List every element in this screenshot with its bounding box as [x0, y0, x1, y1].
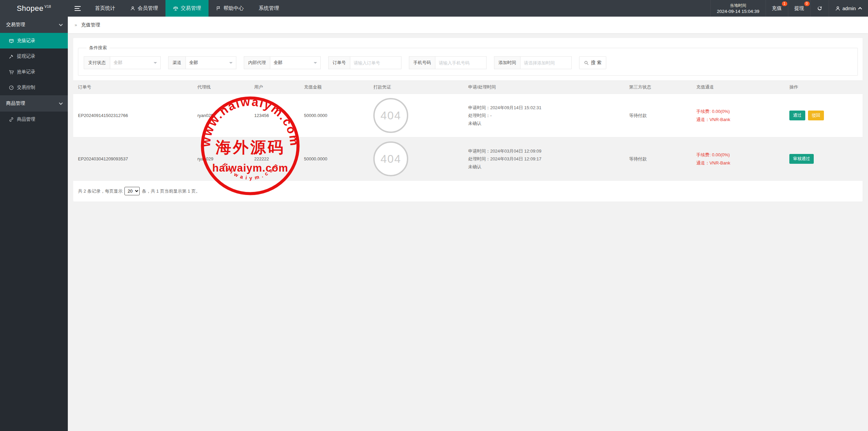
page-size-select[interactable]: 20 — [124, 187, 140, 195]
approve-button[interactable]: 通过 — [789, 111, 805, 120]
column-header: 操作 — [786, 81, 863, 94]
content: 条件搜索 支付状态全部渠道全部内部代理全部订单号手机号码添加时间搜 索 订单号代… — [68, 33, 868, 206]
top-nav-item-2[interactable]: 交易管理 — [165, 0, 209, 17]
app-logo: Shopee V18 — [0, 0, 68, 17]
sidebar-item-0-0[interactable]: 充值记录 — [0, 33, 68, 48]
voucher-404-text: 404 — [380, 153, 401, 165]
cell-actions: 审核通过 — [786, 137, 863, 181]
confirm-status: 未确认 — [468, 119, 623, 127]
column-header: 用户 — [251, 81, 301, 94]
table-row: EP202409141502312766ryan02912345650000.0… — [73, 94, 863, 137]
scales-icon — [173, 6, 178, 11]
filter-1: 渠道全部 — [168, 56, 236, 69]
cart-icon — [9, 70, 14, 75]
cell-user: 123456 — [251, 94, 301, 137]
top-nav-item-0[interactable]: 首页统计 — [87, 0, 123, 17]
recharge-label: 充值 — [772, 5, 782, 12]
withdraw-notice-link[interactable]: 提现 0 — [788, 0, 810, 17]
filter-label: 内部代理 — [244, 56, 270, 69]
topbar: Shopee V18 首页统计会员管理交易管理帮助中心系统管理 当地时间 202… — [0, 0, 868, 17]
filter-input-5[interactable] — [520, 56, 572, 69]
sidebar: 交易管理充值记录提现记录抢单记录交易控制商品管理商品管理 — [0, 17, 68, 431]
voucher-404-image[interactable]: 404 — [373, 141, 408, 176]
filter-label: 渠道 — [168, 56, 185, 69]
card-icon — [9, 38, 14, 43]
search-legend: 条件搜索 — [86, 45, 110, 51]
cell-channel: 手续费: 0.00(0%)通道：VNR-Bank — [693, 94, 786, 137]
top-nav-label: 交易管理 — [181, 5, 201, 12]
filter-2: 内部代理全部 — [244, 56, 321, 69]
local-time-label: 当地时间 — [730, 2, 746, 8]
recharge-notice-link[interactable]: 充值 1 — [766, 0, 788, 17]
column-header: 充值通道 — [693, 81, 786, 94]
cell-times: 申请时间：2024年09月14日 15:02:31处理时间：-未确认 — [465, 94, 626, 137]
pagination-suffix: 条，共 1 页当前显示第 1 页。 — [142, 188, 200, 194]
sidebar-group-label: 商品管理 — [6, 100, 25, 106]
sidebar-item-label: 提现记录 — [17, 53, 35, 59]
pagination-prefix: 共 2 条记录，每页显示 — [78, 188, 122, 194]
logo-version: V18 — [44, 5, 51, 8]
filter-label: 订单号 — [328, 56, 350, 69]
filter-label: 支付状态 — [84, 56, 110, 69]
refresh-icon — [817, 5, 823, 11]
caret-down-icon — [314, 62, 317, 65]
caret-down-icon — [229, 62, 233, 65]
filter-3: 订单号 — [328, 56, 401, 69]
sidebar-item-label: 抢单记录 — [17, 69, 35, 75]
caret-down-icon — [154, 62, 157, 65]
cell-amount: 50000.0000 — [300, 137, 370, 181]
logo-text: Shopee — [17, 4, 43, 13]
filter-select-1[interactable]: 全部 — [185, 56, 236, 69]
sidebar-group-0[interactable]: 交易管理 — [0, 17, 68, 33]
local-time: 当地时间 2024-09-14 15:04:39 — [710, 0, 765, 17]
sidebar-group-1[interactable]: 商品管理 — [0, 95, 68, 112]
top-navigation: 首页统计会员管理交易管理帮助中心系统管理 — [87, 0, 287, 17]
filter-select-2[interactable]: 全部 — [270, 56, 321, 69]
top-nav-item-1[interactable]: 会员管理 — [123, 0, 165, 17]
confirm-status: 未确认 — [468, 163, 623, 171]
filter-label: 手机号码 — [409, 56, 435, 69]
sidebar-item-0-1[interactable]: 提现记录 — [0, 48, 68, 64]
pagination: 共 2 条记录，每页显示 20 条，共 1 页当前显示第 1 页。 — [78, 187, 858, 195]
audit-approve-button[interactable]: 审核通过 — [789, 154, 814, 164]
user-icon — [130, 6, 135, 11]
sidebar-item-0-2[interactable]: 抢单记录 — [0, 64, 68, 80]
filter-5: 添加时间 — [494, 56, 572, 69]
refresh-button[interactable] — [810, 0, 829, 17]
filter-4: 手机号码 — [409, 56, 487, 69]
filter-input-4[interactable] — [435, 56, 487, 69]
filter-select-value: 全部 — [274, 60, 282, 66]
sidebar-item-label: 商品管理 — [17, 116, 35, 122]
voucher-404-image[interactable]: 404 — [373, 98, 408, 133]
sidebar-item-label: 充值记录 — [17, 38, 35, 44]
voucher-404-text: 404 — [380, 109, 401, 122]
channel-text: 通道：VNR-Bank — [696, 159, 783, 167]
top-nav-item-4[interactable]: 系统管理 — [251, 0, 287, 17]
filter-0: 支付状态全部 — [84, 56, 161, 69]
search-button[interactable]: 搜 索 — [579, 56, 606, 69]
column-header: 申请/处理时间 — [465, 81, 626, 94]
top-nav-label: 首页统计 — [95, 5, 115, 12]
cell-amount: 50000.0000 — [300, 94, 370, 137]
sidebar-item-0-3[interactable]: 交易控制 — [0, 80, 68, 95]
fee-text: 手续费: 0.00(0%) — [696, 151, 783, 159]
table-row: EP202403041209093537ryan02922222250000.0… — [73, 137, 863, 181]
withdraw-badge: 0 — [804, 1, 810, 6]
cell-order-no: EP202409141502312766 — [73, 94, 194, 137]
hamburger-icon[interactable] — [68, 0, 87, 17]
filter-input-3[interactable] — [350, 56, 401, 69]
reject-button[interactable]: 驳回 — [808, 111, 824, 120]
admin-menu[interactable]: admin — [829, 0, 868, 17]
process-time: 处理时间：2024年03月04日 12:09:17 — [468, 155, 623, 163]
cell-third-status: 等待付款 — [626, 94, 693, 137]
link-icon — [9, 117, 14, 122]
recharge-badge: 1 — [782, 1, 787, 6]
recharge-table: 订单号代理线用户充值金额打款凭证申请/处理时间第三方状态充值通道操作 EP202… — [73, 80, 863, 181]
local-time-value: 2024-09-14 15:04:39 — [717, 8, 759, 15]
sidebar-item-1-0[interactable]: 商品管理 — [0, 112, 68, 127]
cell-actions: 通过驳回 — [786, 94, 863, 137]
search-button-label: 搜 索 — [591, 60, 601, 66]
cell-order-no: EP202403041209093537 — [73, 137, 194, 181]
filter-select-0[interactable]: 全部 — [110, 56, 161, 69]
top-nav-item-3[interactable]: 帮助中心 — [209, 0, 251, 17]
